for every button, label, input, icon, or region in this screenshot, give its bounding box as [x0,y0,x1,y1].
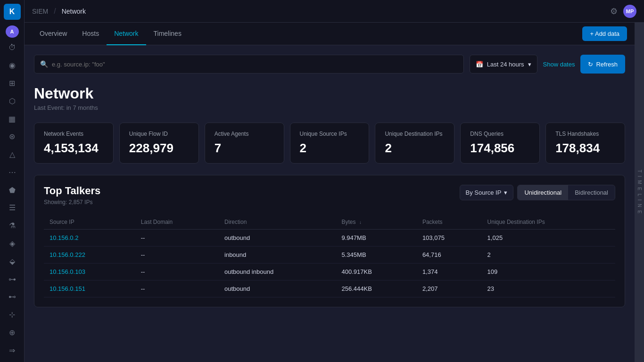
stat-card-unique-dest: Unique Destination IPs 2 [375,123,454,164]
chevron-down-icon: ▾ [528,61,531,68]
stat-card-unique-source: Unique Source IPs 2 [290,123,370,164]
sidebar-icon-dashboard[interactable]: ⊞ [4,75,21,91]
stat-label-tls: TLS Handshakes [555,131,615,137]
toggle-unidirectional[interactable]: Unidirectional [518,185,568,200]
app-logo[interactable]: K [4,4,21,20]
add-data-button[interactable]: + Add data [582,26,627,41]
sidebar-icon-analytics[interactable]: ⊶ [4,271,21,287]
tab-overview[interactable]: Overview [32,23,74,45]
cell-bytes: 9.947MB [336,230,417,247]
sidebar-icon-clock[interactable]: ⏱ [4,40,21,56]
stat-value-active-agents: 7 [215,141,274,156]
cell-bytes: 400.917KB [336,263,417,280]
cell-last-domain: -- [135,230,219,247]
cell-packets: 1,374 [417,263,482,280]
sidebar-icon-calendar[interactable]: ▦ [4,111,21,127]
search-icon: 🔍 [40,60,48,68]
cell-source-ip[interactable]: 10.156.0.151 [44,280,135,297]
cell-source-ip[interactable]: 10.156.0.222 [44,247,135,263]
nav-tabs-bar: Overview Hosts Network Timelines + Add d… [25,23,635,45]
tab-network[interactable]: Network [107,23,146,45]
stat-label-dns: DNS Queries [470,131,530,137]
stat-value-dns: 174,856 [470,141,530,156]
toggle-bidirectional[interactable]: Bidirectional [568,185,615,200]
stat-label-unique-dest: Unique Destination IPs [385,131,445,137]
cell-direction: outbound [219,230,336,247]
stat-card-tls: TLS Handshakes 178,834 [545,123,625,164]
table-row: 10.156.0.222 -- inbound 5.345MB 64,716 2 [44,247,615,263]
cell-source-ip[interactable]: 10.156.0.103 [44,263,135,280]
sidebar-icon-server[interactable]: ⬡ [4,93,21,109]
sidebar-icon-settings[interactable]: ⊕ [4,325,21,341]
timeline-side-panel[interactable]: T I M E L I N E [635,23,644,362]
cell-unique-dest-ips: 2 [482,247,615,263]
section-title: Top Talkers [44,185,460,197]
sidebar-icon-filter[interactable]: ⚗ [4,218,21,234]
sidebar-icon-chart[interactable]: ◉ [4,58,21,74]
cell-source-ip[interactable]: 10.156.0.2 [44,230,135,247]
date-range-label: Last 24 hours [487,61,524,68]
search-row: 🔍 📅 Last 24 hours ▾ Show dates ↻ Refresh [34,55,625,74]
sidebar-icon-intelligence[interactable]: ⊷ [4,289,21,305]
cell-unique-dest-ips: 109 [482,263,615,280]
top-talkers-table-container: Source IP Last Domain Direction Bytes ↓ … [44,215,615,297]
col-header-bytes[interactable]: Bytes ↓ [336,215,417,230]
section-controls: By Source IP ▾ Unidirectional Bidirectio… [460,185,615,200]
cell-packets: 2,207 [417,280,482,297]
cell-direction: inbound [219,247,336,263]
section-header: Top Talkers Showing: 2,857 IPs By Source… [44,185,615,206]
cell-packets: 103,075 [417,230,482,247]
stat-value-unique-flow: 228,979 [129,141,189,156]
sidebar-icon-lock[interactable]: ⬙ [4,253,21,269]
stat-value-tls: 178,834 [555,141,615,156]
tab-hosts[interactable]: Hosts [74,23,107,45]
search-input[interactable] [52,61,458,68]
stat-card-unique-flow: Unique Flow ID 228,979 [119,123,199,164]
search-box[interactable]: 🔍 [34,55,464,74]
sidebar-icon-network[interactable]: ⋯ [4,165,21,181]
col-header-direction: Direction [219,215,336,230]
sidebar-icon-users[interactable]: ⊛ [4,129,21,145]
col-header-packets: Packets [417,215,482,230]
cell-last-domain: -- [135,247,219,263]
section-subtitle: Showing: 2,857 IPs [44,199,460,206]
by-source-dropdown[interactable]: By Source IP ▾ [460,185,514,200]
cell-unique-dest-ips: 1,025 [482,230,615,247]
stats-row: Network Events 4,153,134 Unique Flow ID … [34,123,625,164]
stat-label-unique-flow: Unique Flow ID [129,131,189,137]
refresh-icon: ↻ [588,61,593,68]
cell-bytes: 5.345MB [336,247,417,263]
table-row: 10.156.0.151 -- outbound 256.444KB 2,207… [44,280,615,297]
col-header-unique-dest: Unique Destination IPs [482,215,615,230]
page-subtitle: Last Event: in 7 months [34,104,625,111]
col-header-source-ip: Source IP [44,215,135,230]
table-row: 10.156.0.2 -- outbound 9.947MB 103,075 1… [44,230,615,247]
sidebar-user-avatar[interactable]: A [6,25,19,38]
page-title: Network [34,85,625,102]
stat-card-network-events: Network Events 4,153,134 [34,123,114,164]
date-range-selector[interactable]: 📅 Last 24 hours ▾ [470,55,537,74]
section-title-block: Top Talkers Showing: 2,857 IPs [44,185,460,206]
table-row: 10.156.0.103 -- outbound inbound 400.917… [44,263,615,280]
tab-timelines[interactable]: Timelines [146,23,189,45]
sidebar-icon-forward[interactable]: ⇒ [4,342,21,358]
stat-label-unique-source: Unique Source IPs [300,131,360,137]
cell-bytes: 256.444KB [336,280,417,297]
refresh-button[interactable]: ↻ Refresh [580,55,625,74]
sidebar-icon-tag[interactable]: ⊹ [4,307,21,323]
stat-value-unique-source: 2 [300,141,360,156]
show-dates-button[interactable]: Show dates [543,61,575,68]
top-talkers-table: Source IP Last Domain Direction Bytes ↓ … [44,215,615,297]
top-talkers-section: Top Talkers Showing: 2,857 IPs By Source… [34,175,625,307]
stat-card-active-agents: Active Agents 7 [205,123,284,164]
cell-packets: 64,716 [417,247,482,263]
sidebar-icon-bell[interactable]: ◈ [4,236,21,252]
sidebar-icon-document[interactable]: ☰ [4,200,21,216]
sidebar-icon-shield[interactable]: ⬟ [4,182,21,198]
stat-label-active-agents: Active Agents [215,131,274,137]
stat-value-unique-dest: 2 [385,141,445,156]
content-area: 🔍 📅 Last 24 hours ▾ Show dates ↻ Refresh [25,45,635,362]
timeline-side-label: T I M E L I N E [637,170,642,214]
sidebar-icon-alert[interactable]: △ [4,147,21,163]
sidebar: K A ⏱ ◉ ⊞ ⬡ ▦ ⊛ △ ⋯ ⬟ ☰ ⚗ ◈ ⬙ ⊶ ⊷ ⊹ ⊕ ⇒ [0,0,25,362]
